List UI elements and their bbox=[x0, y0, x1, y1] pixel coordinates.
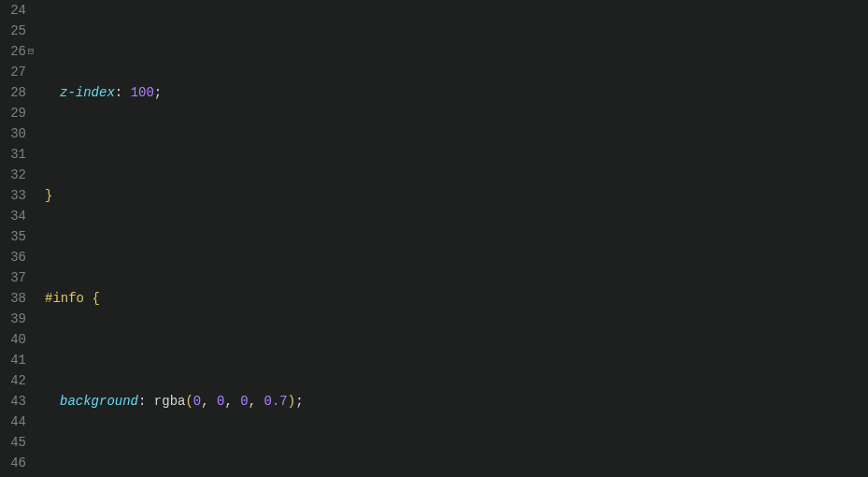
line-number: 43 bbox=[4, 391, 26, 412]
line-number: 42 bbox=[4, 370, 26, 391]
line-number: 37 bbox=[4, 267, 26, 288]
code-area[interactable]: z-index: 100; } #info { background: rgba… bbox=[34, 0, 484, 477]
css-function: rgba bbox=[154, 394, 186, 409]
line-number: 36 bbox=[4, 247, 26, 267]
line-number: 25 bbox=[4, 21, 26, 41]
semicolon: ; bbox=[154, 85, 162, 100]
open-brace: { bbox=[92, 291, 99, 306]
line-number: 34 bbox=[4, 206, 26, 226]
line-number: 40 bbox=[4, 329, 26, 350]
line-number: 35 bbox=[4, 226, 26, 247]
line-number: 30 bbox=[4, 123, 26, 144]
css-number: 100 bbox=[131, 85, 154, 100]
line-number: 41 bbox=[4, 350, 26, 370]
line-number: 24 bbox=[4, 0, 26, 21]
line-number: 31 bbox=[4, 144, 26, 165]
code-line[interactable]: background: rgba(0, 0, 0, 0.7); bbox=[45, 391, 484, 412]
line-number: 39 bbox=[4, 309, 26, 329]
code-editor[interactable]: 24 25 26⊟ 27 28 29 30 31 32 33 34 35 36 … bbox=[0, 0, 868, 477]
code-line[interactable]: z-index: 100; bbox=[45, 82, 484, 103]
css-property: background bbox=[60, 394, 138, 409]
close-brace: } bbox=[45, 188, 52, 203]
css-property: z-index bbox=[60, 85, 115, 100]
line-number: 46 bbox=[4, 453, 26, 473]
fold-marker-icon[interactable]: ⊟ bbox=[26, 41, 36, 62]
code-line[interactable]: #info { bbox=[45, 288, 484, 309]
line-number-gutter: 24 25 26⊟ 27 28 29 30 31 32 33 34 35 36 … bbox=[0, 0, 34, 473]
line-number: 38 bbox=[4, 288, 26, 309]
line-number: 26⊟ bbox=[4, 41, 26, 62]
colon: : bbox=[115, 85, 122, 100]
line-number: 45 bbox=[4, 432, 26, 453]
line-number: 44 bbox=[4, 412, 26, 432]
code-line[interactable]: } bbox=[45, 185, 484, 206]
line-number: 28 bbox=[4, 82, 26, 103]
line-number: 27 bbox=[4, 62, 26, 82]
line-number: 29 bbox=[4, 103, 26, 123]
line-number: 33 bbox=[4, 185, 26, 206]
css-selector: #info bbox=[45, 291, 84, 306]
line-number: 32 bbox=[4, 165, 26, 185]
